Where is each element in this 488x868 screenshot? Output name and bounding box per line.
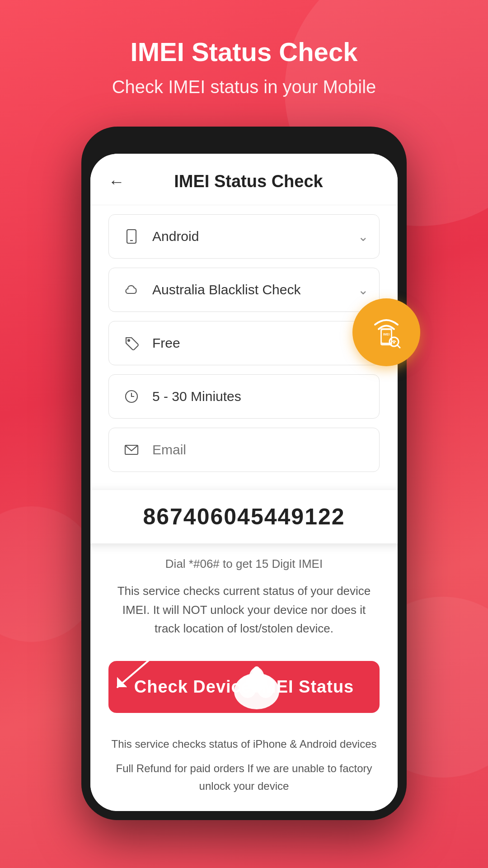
device-icon: [120, 225, 143, 248]
arrow-icon: [108, 656, 154, 692]
imei-badge-icon: IMEI: [366, 311, 407, 352]
email-row[interactable]: [108, 428, 380, 472]
svg-point-17: [259, 675, 267, 687]
bottom-info: This service checks status of iPhone & A…: [90, 726, 398, 811]
cloud-icon: [123, 282, 140, 298]
svg-point-16: [246, 675, 254, 687]
svg-point-8: [128, 340, 130, 341]
phone-notch: [203, 136, 285, 149]
hand-cursor: [225, 653, 288, 716]
service-info-2: This service checks status of iPhone & A…: [108, 736, 380, 753]
email-icon: [120, 438, 143, 462]
service-icon: [120, 278, 143, 302]
phone-icon: [123, 228, 140, 245]
app-screen-title: IMEI Status Check: [134, 172, 363, 191]
svg-text:IMEI: IMEI: [383, 333, 389, 336]
service-value: Australia Blacklist Check: [152, 282, 353, 297]
device-type-value: Android: [152, 229, 353, 244]
clock-icon: [123, 388, 140, 405]
duration-value: 5 - 30 Miniutes: [152, 389, 368, 404]
imei-band: 867406045449122: [90, 490, 398, 543]
imei-badge: IMEI: [352, 298, 420, 366]
header-section: IMEI Status Check Check IMEI status in y…: [0, 0, 488, 115]
service-chevron: ⌄: [358, 283, 368, 297]
phone-mockup: IMEI ← IMEI Status Check: [81, 127, 407, 820]
device-type-row[interactable]: Android ⌄: [108, 214, 380, 259]
service-row[interactable]: Australia Blacklist Check ⌄: [108, 268, 380, 312]
mail-icon: [123, 442, 140, 458]
email-input[interactable]: [152, 442, 368, 458]
refund-info: Full Refund for paid orders If we are un…: [108, 760, 380, 795]
svg-line-4: [397, 345, 400, 348]
page-subtitle: Check IMEI status in your Mobile: [18, 77, 470, 97]
pointer-arrow: [108, 656, 154, 693]
duration-row: 5 - 30 Miniutes: [108, 374, 380, 419]
price-row: Free: [108, 321, 380, 365]
back-button[interactable]: ←: [108, 172, 125, 191]
app-header: ← IMEI Status Check: [90, 154, 398, 205]
tag-icon: [123, 335, 140, 351]
device-type-chevron: ⌄: [358, 229, 368, 244]
info-section: Dial *#06# to get 15 Digit IMEI This ser…: [90, 543, 398, 661]
price-value: Free: [152, 335, 368, 351]
imei-number: 867406045449122: [104, 504, 384, 530]
svg-rect-6: [127, 230, 136, 243]
price-icon: [120, 331, 143, 355]
page-title: IMEI Status Check: [18, 36, 470, 68]
duration-icon: [120, 385, 143, 408]
hand-cursor-icon: [225, 653, 288, 716]
form-container: Android ⌄ Australia Blacklist Check ⌄: [90, 205, 398, 490]
imei-badge-inner: IMEI: [366, 311, 407, 354]
svg-point-5: [393, 342, 395, 344]
dial-hint: Dial *#06# to get 15 Digit IMEI: [108, 557, 380, 571]
service-info-1: This service checks current status of yo…: [108, 582, 380, 638]
